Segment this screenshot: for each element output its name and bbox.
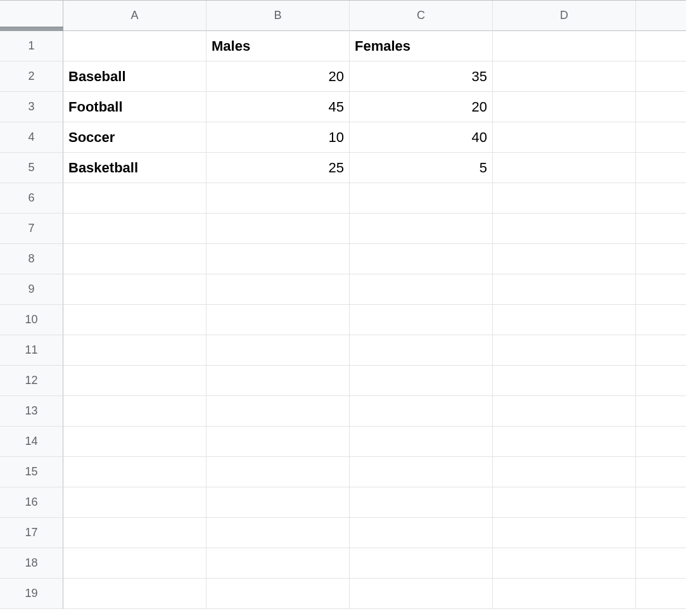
row-header-7[interactable]: 7 — [0, 214, 63, 244]
row-header-11[interactable]: 11 — [0, 335, 63, 366]
cell-D8[interactable] — [493, 244, 636, 274]
cell-A12[interactable] — [63, 366, 206, 396]
cell-A11[interactable] — [63, 335, 206, 366]
row-header-1[interactable]: 1 — [0, 31, 63, 61]
row-header-8[interactable]: 8 — [0, 244, 63, 274]
cell-A5[interactable]: Basketball — [63, 153, 206, 183]
cell-B15[interactable] — [206, 457, 350, 487]
col-header-B[interactable]: B — [206, 1, 350, 31]
row-header-18[interactable]: 18 — [0, 548, 63, 579]
row-header-12[interactable]: 12 — [0, 366, 63, 396]
cell-E9[interactable] — [636, 274, 686, 305]
cell-D3[interactable] — [493, 92, 636, 122]
cell-C7[interactable] — [350, 214, 493, 244]
row-header-4[interactable]: 4 — [0, 122, 63, 153]
cell-C16[interactable] — [350, 487, 493, 518]
cell-D18[interactable] — [493, 548, 636, 579]
cell-C17[interactable] — [350, 518, 493, 548]
cell-D1[interactable] — [493, 31, 636, 61]
cell-B14[interactable] — [206, 427, 350, 457]
cell-B17[interactable] — [206, 518, 350, 548]
cell-A8[interactable] — [63, 244, 206, 274]
row-header-14[interactable]: 14 — [0, 427, 63, 457]
cell-E7[interactable] — [636, 214, 686, 244]
col-header-A[interactable]: A — [63, 1, 206, 31]
cell-B2[interactable]: 20 — [206, 61, 350, 92]
cell-E13[interactable] — [636, 396, 686, 427]
cell-E3[interactable] — [636, 92, 686, 122]
cell-C19[interactable] — [350, 579, 493, 609]
cell-E8[interactable] — [636, 244, 686, 274]
cell-B10[interactable] — [206, 305, 350, 335]
cell-C18[interactable] — [350, 548, 493, 579]
cell-D7[interactable] — [493, 214, 636, 244]
cell-A6[interactable] — [63, 183, 206, 214]
cell-B9[interactable] — [206, 274, 350, 305]
cell-A3[interactable]: Football — [63, 92, 206, 122]
cell-D15[interactable] — [493, 457, 636, 487]
cell-D19[interactable] — [493, 579, 636, 609]
cell-C6[interactable] — [350, 183, 493, 214]
cell-C15[interactable] — [350, 457, 493, 487]
cell-A19[interactable] — [63, 579, 206, 609]
cell-D16[interactable] — [493, 487, 636, 518]
spreadsheet-grid[interactable]: A B C D 1 Males Females 2 Baseball 20 35… — [0, 0, 686, 609]
cell-B8[interactable] — [206, 244, 350, 274]
row-header-2[interactable]: 2 — [0, 61, 63, 92]
cell-D9[interactable] — [493, 274, 636, 305]
cell-C3[interactable]: 20 — [350, 92, 493, 122]
cell-D14[interactable] — [493, 427, 636, 457]
cell-A18[interactable] — [63, 548, 206, 579]
cell-B4[interactable]: 10 — [206, 122, 350, 153]
row-header-15[interactable]: 15 — [0, 457, 63, 487]
cell-B13[interactable] — [206, 396, 350, 427]
cell-C8[interactable] — [350, 244, 493, 274]
row-header-9[interactable]: 9 — [0, 274, 63, 305]
cell-D10[interactable] — [493, 305, 636, 335]
cell-E11[interactable] — [636, 335, 686, 366]
cell-D11[interactable] — [493, 335, 636, 366]
cell-E14[interactable] — [636, 427, 686, 457]
row-header-3[interactable]: 3 — [0, 92, 63, 122]
cell-B1[interactable]: Males — [206, 31, 350, 61]
row-header-19[interactable]: 19 — [0, 579, 63, 609]
cell-B11[interactable] — [206, 335, 350, 366]
cell-B12[interactable] — [206, 366, 350, 396]
cell-E12[interactable] — [636, 366, 686, 396]
col-header-C[interactable]: C — [350, 1, 493, 31]
cell-A4[interactable]: Soccer — [63, 122, 206, 153]
cell-B5[interactable]: 25 — [206, 153, 350, 183]
cell-B18[interactable] — [206, 548, 350, 579]
cell-E19[interactable] — [636, 579, 686, 609]
cell-B7[interactable] — [206, 214, 350, 244]
row-header-5[interactable]: 5 — [0, 153, 63, 183]
col-header-extra[interactable] — [636, 1, 686, 31]
cell-E4[interactable] — [636, 122, 686, 153]
cell-A14[interactable] — [63, 427, 206, 457]
cell-E2[interactable] — [636, 61, 686, 92]
cell-C9[interactable] — [350, 274, 493, 305]
cell-B16[interactable] — [206, 487, 350, 518]
cell-D5[interactable] — [493, 153, 636, 183]
row-header-6[interactable]: 6 — [0, 183, 63, 214]
cell-E5[interactable] — [636, 153, 686, 183]
cell-C2[interactable]: 35 — [350, 61, 493, 92]
cell-D17[interactable] — [493, 518, 636, 548]
row-header-16[interactable]: 16 — [0, 487, 63, 518]
cell-B6[interactable] — [206, 183, 350, 214]
cell-D12[interactable] — [493, 366, 636, 396]
cell-E10[interactable] — [636, 305, 686, 335]
cell-D4[interactable] — [493, 122, 636, 153]
cell-A9[interactable] — [63, 274, 206, 305]
cell-C5[interactable]: 5 — [350, 153, 493, 183]
cell-E1[interactable] — [636, 31, 686, 61]
row-header-17[interactable]: 17 — [0, 518, 63, 548]
cell-A15[interactable] — [63, 457, 206, 487]
cell-E15[interactable] — [636, 457, 686, 487]
cell-D13[interactable] — [493, 396, 636, 427]
cell-C13[interactable] — [350, 396, 493, 427]
cell-A2[interactable]: Baseball — [63, 61, 206, 92]
cell-C4[interactable]: 40 — [350, 122, 493, 153]
row-header-13[interactable]: 13 — [0, 396, 63, 427]
cell-C11[interactable] — [350, 335, 493, 366]
